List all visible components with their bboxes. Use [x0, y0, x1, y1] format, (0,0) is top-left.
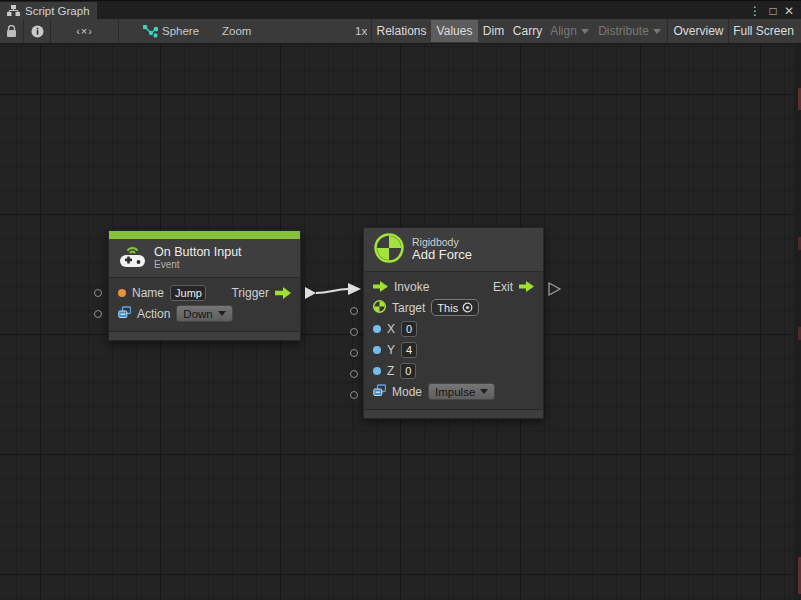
info-button[interactable] — [24, 20, 50, 42]
input-port[interactable] — [350, 391, 358, 399]
toolbar-separator — [371, 19, 372, 43]
carry-button[interactable]: Carry — [509, 20, 546, 42]
node-subtitle: Event — [154, 259, 242, 271]
input-port[interactable] — [350, 307, 358, 315]
info-icon — [31, 25, 44, 38]
align-dropdown[interactable]: Align — [547, 20, 592, 42]
input-port[interactable] — [350, 349, 358, 357]
node-footer — [364, 409, 543, 418]
graph-hierarchy-icon — [7, 2, 20, 20]
string-port-icon — [118, 289, 126, 297]
chevron-down-icon — [653, 29, 661, 34]
window-maximize-button[interactable]: □ — [765, 1, 781, 20]
trigger-output-port[interactable] — [275, 287, 291, 299]
tab-script-graph[interactable]: Script Graph — [0, 2, 97, 20]
x-label: X — [387, 322, 395, 336]
name-input[interactable]: Jump — [170, 285, 206, 301]
rigidbody-port-icon — [373, 300, 386, 316]
dim-button[interactable]: Dim — [479, 20, 508, 42]
input-port[interactable] — [94, 310, 102, 318]
script-graph-window: Script Graph ⋮ □ ✕ ‹×› Sphere Zoom 1x Re… — [0, 0, 801, 600]
input-port[interactable] — [350, 328, 358, 336]
graph-name-label: Sphere — [162, 20, 199, 42]
code-icon: ‹×› — [76, 25, 93, 37]
chevron-down-icon — [218, 311, 226, 316]
window-close-button[interactable]: ✕ — [781, 1, 797, 20]
float-port-icon — [373, 325, 381, 333]
graph-asset-icon — [140, 20, 160, 42]
lock-icon — [6, 25, 17, 38]
relations-button[interactable]: Relations — [373, 20, 430, 42]
enum-port-icon — [373, 384, 386, 400]
mode-label: Mode — [392, 385, 422, 399]
node-header[interactable]: On Button Input Event — [109, 239, 300, 278]
z-row: Z 0 — [373, 360, 534, 381]
mode-row: Mode Impulse — [373, 381, 534, 402]
node-body: Name Jump Trigger Action Down — [109, 278, 300, 328]
node-title: On Button Input — [154, 245, 242, 259]
y-row: Y 4 — [373, 339, 534, 360]
code-view-button[interactable]: ‹×› — [51, 20, 118, 42]
distribute-dropdown[interactable]: Distribute — [594, 20, 665, 42]
object-picker-icon[interactable] — [462, 302, 473, 313]
x-input[interactable]: 0 — [401, 321, 417, 337]
name-label: Name — [132, 286, 164, 300]
node-on-button-input[interactable]: On Button Input Event Name Jump Trigger … — [108, 230, 301, 341]
distribute-label: Distribute — [598, 24, 649, 38]
name-row: Name Jump Trigger — [118, 282, 291, 303]
z-label: Z — [387, 364, 394, 378]
fullscreen-button[interactable]: Full Screen — [730, 20, 797, 42]
lock-button[interactable] — [0, 20, 23, 42]
action-value: Down — [183, 308, 212, 320]
rigidbody-icon — [374, 233, 404, 267]
exit-label: Exit — [493, 280, 513, 294]
invoke-input-port[interactable] — [373, 281, 388, 292]
invoke-label: Invoke — [394, 280, 429, 294]
x-row: X 0 — [373, 318, 534, 339]
y-input[interactable]: 4 — [401, 342, 417, 358]
zoom-value: 1x — [355, 20, 367, 42]
input-port[interactable] — [94, 289, 102, 297]
chevron-down-icon — [480, 389, 488, 394]
tab-title: Script Graph — [25, 5, 90, 17]
gamepad-icon — [119, 244, 146, 272]
toolbar-separator — [728, 19, 729, 43]
toolbar: ‹×› Sphere Zoom 1x Relations Values Dim … — [0, 19, 801, 44]
action-dropdown[interactable]: Down — [176, 305, 232, 322]
trigger-label: Trigger — [231, 286, 269, 300]
tab-bar: Script Graph ⋮ □ ✕ — [0, 0, 801, 19]
toolbar-separator — [118, 19, 119, 43]
float-port-icon — [373, 367, 381, 375]
node-selection-bar — [109, 231, 300, 239]
action-label: Action — [137, 307, 170, 321]
input-port[interactable] — [350, 370, 358, 378]
node-header[interactable]: Rigidbody Add Force — [364, 228, 543, 272]
node-footer — [109, 331, 300, 340]
node-add-force[interactable]: Rigidbody Add Force Invoke Exit Target T… — [363, 227, 544, 419]
mode-value: Impulse — [435, 386, 475, 398]
align-label: Align — [550, 24, 577, 38]
overview-button[interactable]: Overview — [670, 20, 727, 42]
enum-port-icon — [118, 306, 131, 322]
node-body: Invoke Exit Target This X 0 — [364, 272, 543, 406]
chevron-down-icon — [581, 29, 589, 34]
invoke-row: Invoke Exit — [373, 276, 534, 297]
window-menu-button[interactable]: ⋮ — [747, 1, 763, 20]
zoom-label: Zoom — [222, 20, 251, 42]
values-button[interactable]: Values — [431, 20, 478, 42]
target-label: Target — [392, 301, 425, 315]
target-row: Target This — [373, 297, 534, 318]
exit-output-port[interactable] — [519, 281, 534, 292]
toolbar-separator — [667, 19, 668, 43]
float-port-icon — [373, 346, 381, 354]
right-edge-strip — [794, 44, 801, 600]
mode-dropdown[interactable]: Impulse — [428, 383, 495, 400]
target-object-field[interactable]: This — [431, 299, 479, 316]
node-title: Add Force — [412, 248, 472, 263]
z-input[interactable]: 0 — [400, 363, 416, 379]
action-row: Action Down — [118, 303, 291, 324]
target-value: This — [437, 302, 458, 314]
y-label: Y — [387, 343, 395, 357]
